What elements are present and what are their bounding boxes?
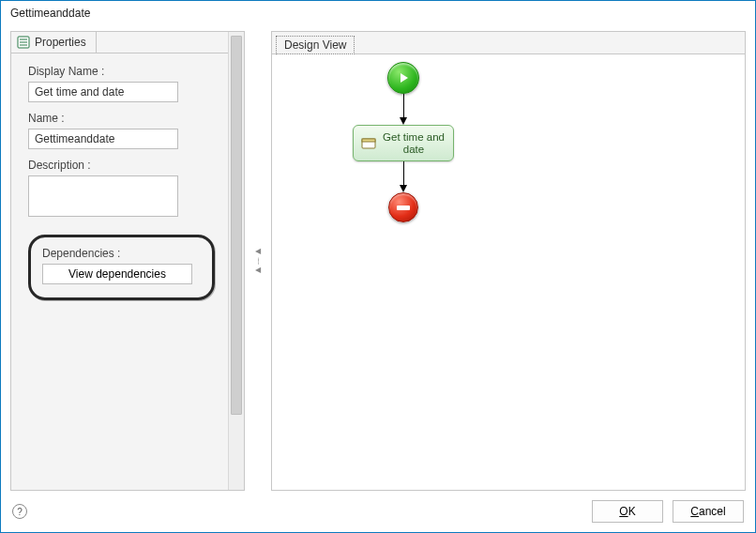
dialog-button-bar: ? OK Cancel <box>1 491 755 532</box>
stop-node[interactable] <box>388 192 418 222</box>
dependencies-highlight: Dependencies : View dependencies <box>28 235 215 300</box>
description-label: Description : <box>28 159 215 172</box>
task-icon <box>361 137 376 150</box>
start-node[interactable] <box>387 62 419 94</box>
display-name-field[interactable] <box>28 82 178 102</box>
properties-form: Display Name : Name : Description : Depe… <box>11 53 228 312</box>
display-name-label: Display Name : <box>28 65 215 78</box>
help-button[interactable]: ? <box>12 504 27 519</box>
right-tabstrip: Design View <box>272 32 745 54</box>
design-canvas[interactable]: Get time and date <box>272 54 745 490</box>
dependencies-label: Dependencies : <box>42 247 201 260</box>
task-node-label: Get time and date <box>382 131 446 155</box>
window-title: Gettimeanddate <box>1 1 755 23</box>
design-panel: Design View <box>271 31 746 491</box>
stop-icon <box>397 206 410 210</box>
tab-properties-label: Properties <box>35 36 86 49</box>
splitter-grip-icon: ······ <box>254 257 263 264</box>
flow-arrow <box>400 161 407 192</box>
tab-design-view[interactable]: Design View <box>276 36 355 54</box>
view-dependencies-button[interactable]: View dependencies <box>42 264 192 284</box>
chevron-left-icon: ◀ <box>255 248 261 255</box>
properties-icon <box>17 36 30 49</box>
svg-rect-6 <box>362 139 375 142</box>
tab-properties[interactable]: Properties <box>11 32 97 53</box>
svg-marker-4 <box>401 73 408 83</box>
ok-button[interactable]: OK <box>592 500 663 523</box>
name-field[interactable] <box>28 129 178 149</box>
workflow-flow: Get time and date <box>347 54 460 222</box>
left-tabstrip: Properties <box>11 32 228 53</box>
content-area: Properties Display Name : Name : Descrip… <box>1 23 755 491</box>
splitter[interactable]: ◀ ······ ◀ <box>252 31 264 491</box>
description-field[interactable] <box>28 175 178 217</box>
chevron-left-icon: ◀ <box>255 266 261 274</box>
properties-scrollbar[interactable] <box>228 32 244 490</box>
scrollbar-thumb[interactable] <box>231 36 242 415</box>
properties-panel: Properties Display Name : Name : Descrip… <box>10 31 245 491</box>
name-label: Name : <box>28 112 215 125</box>
flow-arrow <box>400 94 407 125</box>
task-node-get-time-and-date[interactable]: Get time and date <box>353 125 454 161</box>
play-icon <box>397 71 410 84</box>
cancel-button[interactable]: Cancel <box>673 500 744 523</box>
dialog-window: Gettimeanddate Propert <box>0 0 756 533</box>
